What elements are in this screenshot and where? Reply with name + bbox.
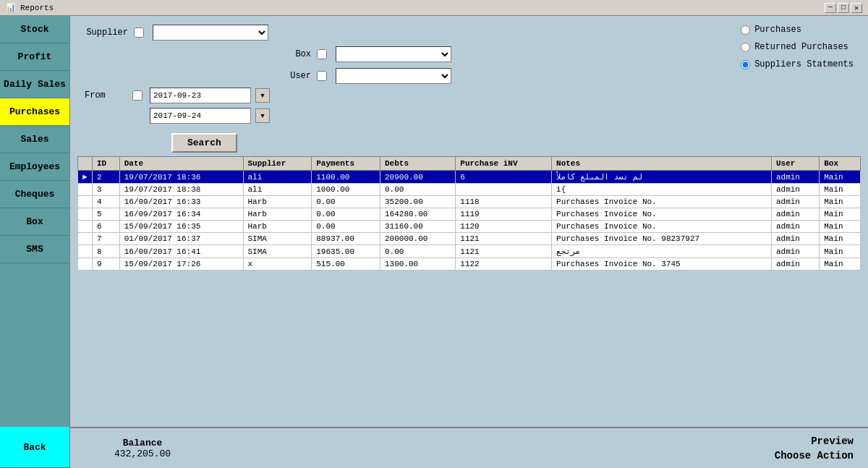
table-row[interactable]: 516/09/2017 16:34Harb0.00164280.001119Pu… (78, 208, 861, 221)
row-indicator (78, 258, 93, 271)
date-to-input[interactable] (150, 108, 251, 124)
sidebar-label-stock: Stock (20, 24, 48, 35)
back-button[interactable]: Back (0, 427, 69, 468)
sidebar-item-employees[interactable]: Employees (0, 153, 69, 181)
titlebar-title: Reports (20, 4, 54, 12)
sidebar-label-box: Box (26, 216, 43, 227)
table-row[interactable]: 816/09/2017 16:41SIMA19635.000.001121مرت… (78, 245, 861, 258)
sidebar-item-stock[interactable]: Stock (0, 16, 69, 43)
back-label: Back (23, 442, 46, 453)
date-to-picker[interactable]: ▼ (255, 109, 270, 123)
row-indicator (78, 233, 93, 245)
radio-returned-purchases[interactable]: Returned Purchases (741, 42, 854, 52)
radio-purchases-input[interactable] (741, 25, 750, 35)
row-indicator (78, 184, 93, 196)
table-row[interactable]: 615/09/2017 16:35Harb0.0031160.001120Pur… (78, 221, 861, 233)
sidebar-item-daily-sales[interactable]: Daily Sales (0, 71, 69, 98)
col-payments: Payments (312, 157, 380, 171)
maximize-button[interactable]: □ (838, 3, 849, 13)
sidebar-label-profit: Profit (18, 51, 52, 62)
table-row[interactable]: ►219/07/2017 18:36ali1100.0020900.006لم … (78, 171, 861, 184)
table-row[interactable]: 416/09/2017 16:33Harb0.0035200.001118Pur… (78, 196, 861, 208)
sidebar-item-cheques[interactable]: Cheques (0, 181, 69, 208)
radio-suppliers-input[interactable] (741, 60, 750, 69)
col-date: Date (119, 157, 243, 171)
supplier-checkbox[interactable] (134, 27, 144, 38)
table-row[interactable]: 701/09/2017 16:37SIMA88937.00200000.0011… (78, 233, 861, 245)
sidebar-item-box[interactable]: Box (0, 208, 69, 236)
radio-returned-label: Returned Purchases (754, 42, 848, 52)
row-indicator (78, 221, 93, 233)
radio-suppliers-statments[interactable]: Suppliers Statments (741, 59, 854, 69)
sidebar-item-profit[interactable]: Profit (0, 43, 69, 71)
col-supplier: Supplier (243, 157, 312, 171)
table-row[interactable]: 915/09/2017 17:26x515.001300.001122Purch… (78, 258, 861, 271)
box-checkbox[interactable] (317, 49, 327, 59)
box-select[interactable] (336, 46, 451, 62)
sidebar-label-purchases: Purchases (9, 106, 60, 117)
user-select[interactable] (336, 68, 451, 84)
sidebar-label-employees: Employees (9, 161, 60, 172)
radio-suppliers-label: Suppliers Statments (754, 59, 854, 69)
user-label: User (268, 71, 311, 81)
box-label: Box (268, 49, 311, 59)
col-notes: Notes (552, 157, 772, 171)
col-debts: Debts (380, 157, 456, 171)
radio-purchases[interactable]: Purchases (741, 25, 854, 35)
sidebar-label-cheques: Cheques (15, 189, 55, 200)
row-indicator: ► (78, 171, 93, 184)
date-from-picker[interactable]: ▼ (255, 88, 270, 103)
radio-purchases-label: Purchases (754, 25, 801, 35)
user-checkbox[interactable] (317, 71, 327, 81)
balance-label: Balance (123, 438, 163, 448)
app-icon: 📊 (6, 3, 16, 12)
col-indicator (78, 157, 93, 171)
row-indicator (78, 208, 93, 221)
row-indicator (78, 196, 93, 208)
supplier-label: Supplier (85, 27, 128, 38)
table-row[interactable]: 319/07/2017 18:38ali1000.000.00i{adminMa… (78, 184, 861, 196)
radio-returned-input[interactable] (741, 43, 750, 52)
balance-value: 432,205.00 (114, 448, 171, 459)
col-user: User (771, 157, 819, 171)
from-date-checkbox[interactable] (132, 90, 142, 101)
row-indicator (78, 245, 93, 258)
sidebar-item-purchases[interactable]: Purchases (0, 98, 69, 126)
sidebar-label-sales: Sales (20, 134, 48, 145)
from-label: From (85, 90, 128, 101)
choose-action-button[interactable]: Choose Action (775, 450, 854, 461)
preview-button[interactable]: Preview (811, 435, 854, 447)
minimize-button[interactable]: ─ (825, 3, 836, 13)
col-inv: Purchase iNV (456, 157, 552, 171)
col-box: Box (820, 157, 861, 171)
titlebar: 📊 Reports (6, 3, 54, 12)
sidebar-label-daily-sales: Daily Sales (4, 79, 66, 90)
close-button[interactable]: ✕ (851, 3, 862, 13)
date-from-input[interactable] (150, 88, 251, 103)
sidebar-label-sms: SMS (26, 244, 43, 255)
supplier-select[interactable] (153, 25, 268, 41)
search-button[interactable]: Search (171, 133, 237, 153)
sidebar-item-sms[interactable]: SMS (0, 236, 69, 263)
col-id: ID (93, 157, 120, 171)
sidebar-item-sales[interactable]: Sales (0, 126, 69, 153)
